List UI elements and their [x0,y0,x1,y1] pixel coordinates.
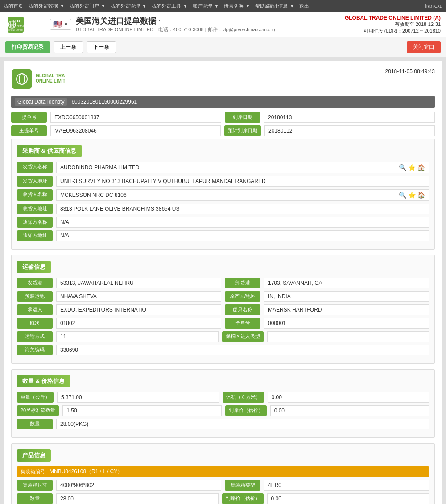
container-size-label: 集装箱尺寸 [17,480,53,491]
top-action-bar: 打印贸易记录 上一条 下一条 关闭窗口 [0,37,446,57]
company-logo: GTC GLOBAL TRADE ONLINE LIMITED [7,16,45,33]
prev-button[interactable]: 上一条 [54,41,83,53]
shipper-name-value: AUROBINDO PHARMA LIMITED 🔍 ⭐ 🏠 [56,162,429,173]
weight-label: 重量（公斤） [17,392,54,403]
consignee-search-icon[interactable]: 🔍 [399,192,406,199]
origin-country-value: IN, INDIA [264,291,429,302]
quantity-row: 数量 28.00(PKG) [17,419,429,429]
svg-text:GLOBAL TRADE: GLOBAL TRADE [36,73,65,78]
notify-addr-value: N/A [56,230,429,241]
warehouse-no-value: 000001 [264,318,429,329]
next-button[interactable]: 下一条 [87,41,116,53]
loading-port-label: 发货港 [17,278,53,288]
booking-origin-row: 预装运地 NHAVA SHEVA 原产国/地区 IN, INDIA [17,291,429,302]
arrival-date-value: 20180113 [264,112,435,123]
quantity-price-section: 数量 & 价格信息 重量（公斤） 5,371.00 体积（立方米） 0.00 2… [11,369,435,438]
transport-section: 运输信息 发货港 53313, JAWAHARLAL NEHRU 卸货港 170… [11,255,435,364]
transport-title: 运输信息 [17,261,51,273]
search-icon[interactable]: 🔍 [399,164,406,171]
page-subtitle: GLOBAL TRADE ONLINE LIMITED（电话：400-710-3… [76,26,278,33]
est-arrival-value: 20180112 [264,125,435,136]
consignee-name-value: MCKESSON NRC DC 8106 🔍 ⭐ 🏠 [56,189,429,201]
voyage-value: 01802 [56,318,221,329]
quantity-value: 28.00(PKG) [56,419,429,429]
home-icon[interactable]: 🏠 [417,164,425,171]
transport-mode-label: 运输方式 [17,331,53,342]
buyer-supplier-section: 采购商 & 供应商信息 发货人名称 AUROBINDO PHARMA LIMIT… [11,139,435,250]
bill-no-row: 提单号 EXDO6650001837 到岸日期 20180113 [11,112,435,123]
notify-name-row: 通知方名称 N/A [17,217,429,228]
customs-code-row: 海关编码 330690 [17,345,429,355]
nav-help[interactable]: 帮助&统计信息 ▼ [255,3,294,9]
main-content: GLOBAL TRADE ONLINE LIMITED 2018-11-05 0… [4,61,442,504]
nav-logout[interactable]: 退出 [299,3,309,9]
product-unit-price-label: 到岸价（估价） [222,493,264,504]
customs-code-value: 330690 [56,345,429,355]
consignee-star-icon[interactable]: ⭐ [408,192,416,199]
arrival-price-value: 0.00 [270,405,429,416]
flag-language-selector[interactable]: 🇺🇸 ▼ [50,19,71,30]
notify-name-value: N/A [56,217,429,228]
dest-port-value: 1703, SAVANNAH, GA [264,278,429,288]
arrival-price-label: 到岸价（估价） [225,405,267,416]
notify-addr-row: 通知方地址 N/A [17,230,429,241]
account-company: GLOBAL TRADE ONLINE LIMITED (A) [345,15,441,21]
bonded-type-value [267,331,429,342]
loading-port-value: 53313, JAWAHARLAL NEHRU [56,278,221,288]
origin-country-label: 原产国/地区 [225,291,260,302]
warehouse-no-label: 仓单号 [225,318,260,329]
carrier-vessel-row: 承运人 EXDO, EXPEDITORS INTERNATIO 船只名称 MAE… [17,304,429,315]
print-button[interactable]: 打印贸易记录 [5,41,50,53]
carrier-label: 承运人 [17,304,53,315]
container-price-row: 20尺标准箱数量 1.50 到岸价（估价） 0.00 [17,405,429,416]
consignee-addr-label: 收货人地址 [17,204,53,214]
product-info-title: 产品信息 [17,449,51,462]
volume-value: 0.00 [268,392,429,403]
voyage-warehouse-row: 航次 01802 仓单号 000001 [17,318,429,329]
vessel-name-value: MAERSK HARTFORD [264,304,429,315]
shipper-addr-row: 发货人地址 UNIT-3 SURVEY NO 313 BACHUPALLY V … [17,176,429,187]
consignee-addr-value: 8313 POLK LANE OLIVE BRANCH MS 38654 US [56,204,429,214]
transport-mode-value: 11 [56,331,219,342]
nav-trade-data[interactable]: 我的外贸数据 ▼ [29,3,64,9]
close-button[interactable]: 关闭窗口 [407,41,441,53]
nav-portal[interactable]: 我的外贸门户 ▼ [70,3,105,9]
vessel-name-label: 船只名称 [225,304,260,315]
carrier-value: EXDO, EXPEDITORS INTERNATIO [56,304,221,315]
consignee-home-icon[interactable]: 🏠 [417,192,425,199]
svg-text:ONLINE LIMITED: ONLINE LIMITED [36,79,65,83]
account-ldr: 可用时段 (LDR)：200712 ~ 201810 [345,28,441,34]
product-unit-price-value: 0.00 [267,493,429,504]
quantity-price-title: 数量 & 价格信息 [17,375,70,387]
arrival-date-label: 到岸日期 [225,112,260,123]
doc-header: GLOBAL TRADE ONLINE LIMITED 2018-11-05 0… [11,68,435,91]
master-bill-value: MAEU963208046 [50,125,221,136]
product-info-section: 产品信息 集装箱编号 MNBU0426108（R1 / L / CY） 集装箱尺… [11,443,435,504]
nav-language[interactable]: 语言切换 ▼ [224,3,250,9]
container-20ft-label: 20尺标准箱数量 [17,405,59,416]
header-bar: GTC GLOBAL TRADE ONLINE LIMITED 🇺🇸 ▼ 美国海… [0,12,446,37]
container-no-label: 集装箱编号 [21,468,45,475]
nav-account[interactable]: 账户管理 ▼ [193,3,219,9]
shipper-addr-label: 发货人地址 [17,176,53,187]
nav-mgmt[interactable]: 我的外贸管理 ▼ [111,3,146,9]
shipper-addr-value: UNIT-3 SURVEY NO 313 BACHUPALLY V QUTHUB… [56,176,429,187]
master-bill-row: 主提单号 MAEU963208046 预计到岸日期 20180112 [11,125,435,136]
star-icon[interactable]: ⭐ [408,164,416,171]
weight-value: 5,371.00 [57,392,219,403]
container-type-value: 4ER0 [264,480,429,491]
consignee-addr-row: 收货人地址 8313 POLK LANE OLIVE BRANCH MS 386… [17,204,429,214]
weight-volume-row: 重量（公斤） 5,371.00 体积（立方米） 0.00 [17,392,429,403]
top-navigation: 我的首页 我的外贸数据 ▼ 我的外贸门户 ▼ 我的外贸管理 ▼ 我的外贸工具 ▼… [0,0,446,12]
bill-no-value: EXDO6650001837 [50,112,221,123]
container-no-bar: 集装箱编号 MNBU0426108（R1 / L / CY） [17,466,429,477]
container-no-value: MNBU0426108（R1 / L / CY） [50,468,123,475]
quantity-label: 数量 [17,419,53,429]
customs-code-label: 海关编码 [17,345,53,355]
nav-tools[interactable]: 我的外贸工具 ▼ [152,3,187,9]
bonded-type-label: 保税区进入类型 [222,331,264,342]
nav-home[interactable]: 我的首页 [4,3,23,9]
port-row: 发货港 53313, JAWAHARLAL NEHRU 卸货港 1703, SA… [17,278,429,288]
product-qty-price-row: 数量 28.00 到岸价（估价） 0.00 [17,493,429,504]
document-card: GLOBAL TRADE ONLINE LIMITED 2018-11-05 0… [4,61,442,504]
